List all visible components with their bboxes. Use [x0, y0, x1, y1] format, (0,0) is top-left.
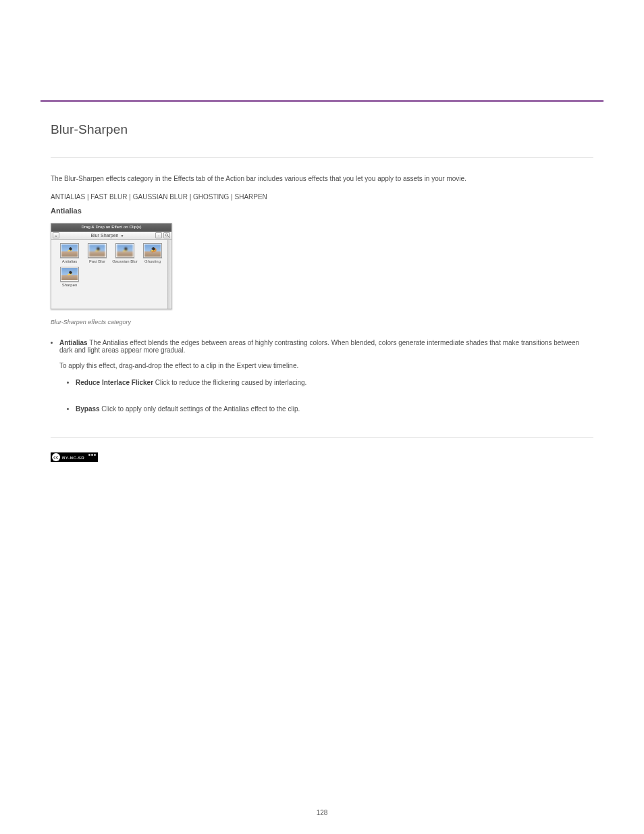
inner-list: Reduce Interlace Flicker Click to reduce… — [59, 379, 593, 413]
cc-dots-icon — [88, 454, 96, 456]
thumb-label: Gaussian Blur — [111, 259, 138, 263]
dropdown-label: Blur Sharpen — [91, 233, 119, 238]
cc-badge: cc BY-NC-SR — [51, 452, 98, 462]
cc-icon: cc — [52, 453, 60, 461]
license-row: cc BY-NC-SR — [51, 452, 593, 465]
grid-view-button[interactable]: ◦ — [155, 232, 162, 238]
li-body: Click to reduce the flickering caused by… — [155, 379, 307, 386]
panel-body: Antialias Fast Blur Gaussian Blur Ghosti… — [51, 240, 171, 309]
thumb-label: Sharpen — [56, 283, 83, 287]
effect-thumb-fast-blur[interactable]: Fast Blur — [84, 243, 111, 263]
cc-label: BY-NC-SR — [62, 454, 84, 462]
rule — [51, 157, 593, 158]
li-body: Click to apply only default settings of … — [101, 405, 300, 413]
li-head: Reduce Interlace Flicker — [76, 379, 153, 386]
effect-thumb-ghosting[interactable]: Ghosting — [139, 243, 166, 263]
svg-line-1 — [167, 236, 169, 237]
chevron-down-icon: ▼ — [120, 234, 124, 238]
page-number: 128 — [0, 809, 644, 816]
figure-caption: Blur-Sharpen effects category — [51, 319, 593, 325]
intro-paragraph: The Blur-Sharpen effects category in the… — [51, 174, 593, 184]
section-divider — [41, 100, 603, 102]
li-head: Antialias — [59, 339, 88, 346]
list-item: Bypass Click to apply only default setti… — [76, 405, 593, 413]
panel-title: Drag & Drop an Effect on Clip(s) — [51, 224, 171, 232]
li-body: The Antialias effect blends the edges be… — [59, 339, 579, 354]
search-button[interactable] — [163, 232, 170, 238]
back-button[interactable]: « — [53, 232, 59, 238]
effects-panel: Drag & Drop an Effect on Clip(s) « Blur … — [51, 223, 172, 309]
category-dropdown[interactable]: Blur Sharpen ▼ — [59, 233, 155, 238]
effect-thumb-gaussian-blur[interactable]: Gaussian Blur — [111, 243, 138, 263]
thumb-label: Ghosting — [139, 259, 166, 263]
search-icon — [165, 233, 169, 238]
effect-thumb-antialias[interactable]: Antialias — [56, 243, 83, 263]
svg-point-0 — [165, 234, 167, 236]
rule — [51, 437, 593, 438]
list-item: Reduce Interlace Flicker Click to reduce… — [76, 379, 593, 386]
thumb-label: Antialias — [56, 259, 83, 263]
effects-list-line: ANTIALIAS | FAST BLUR | GAUSSIAN BLUR | … — [51, 192, 593, 202]
page-title: Blur-Sharpen — [51, 122, 593, 137]
list-item: Antialias The Antialias effect blends th… — [59, 339, 593, 413]
li-paragraph: To apply this effect, drag-and-drop the … — [59, 362, 593, 369]
bullet-list: Antialias The Antialias effect blends th… — [51, 339, 593, 413]
scrollbar[interactable] — [167, 240, 171, 309]
subsection-heading: Antialias — [51, 207, 593, 215]
thumb-label: Fast Blur — [84, 259, 111, 263]
li-head: Bypass — [76, 405, 100, 413]
panel-toolbar: « Blur Sharpen ▼ ◦ — [51, 232, 171, 240]
effect-thumb-sharpen[interactable]: Sharpen — [56, 267, 83, 287]
